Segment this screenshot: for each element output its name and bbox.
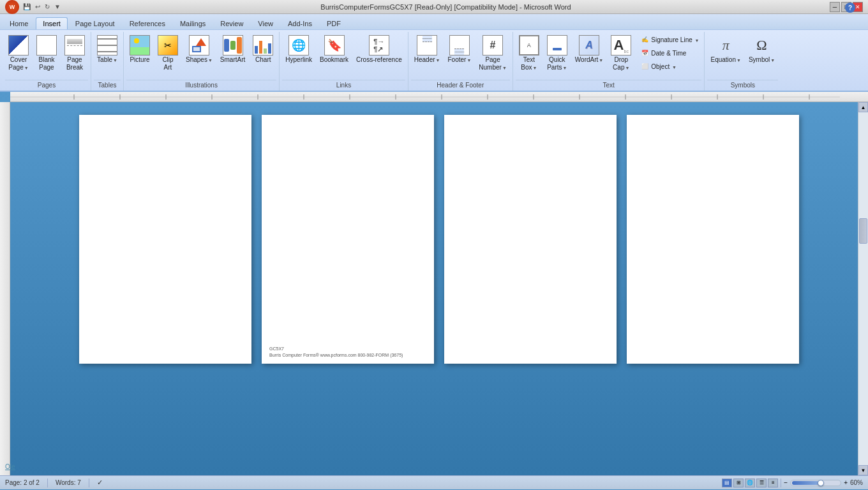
quick-access-toolbar: 💾 ↩ ↻ ▼ — [22, 3, 62, 11]
document-page-3 — [444, 115, 617, 364]
status-right: ▤ ⊞ 🌐 ☰ ≡ − + 60% — [722, 479, 863, 487]
minimize-button[interactable]: ─ — [830, 2, 840, 12]
tab-insert[interactable]: Insert — [36, 17, 68, 29]
picture-button[interactable]: Picture — [126, 33, 153, 66]
page-info: Page: 2 of 2 — [5, 479, 40, 486]
horizontal-ruler — [10, 92, 868, 102]
tables-group-label: Tables — [94, 80, 121, 91]
tab-home[interactable]: Home — [3, 17, 35, 29]
status-separator — [47, 479, 48, 487]
signature-line-button[interactable]: ✍ Signature Line ▼ — [637, 33, 701, 46]
ribbon-group-tables: Table▼ Tables — [91, 32, 124, 91]
content-area: GC5X7 Burris Computer Forms® www.pcforms… — [0, 102, 868, 475]
header-footer-group-label: Header & Footer — [411, 80, 510, 91]
page-2-footer: GC5X7 Burris Computer Forms® www.pcforms… — [269, 346, 403, 359]
table-button[interactable]: Table▼ — [94, 33, 121, 66]
quick-access-dropdown[interactable]: ▼ — [53, 3, 62, 11]
outline-view-button[interactable]: ☰ — [756, 479, 767, 487]
tab-references[interactable]: References — [123, 17, 172, 29]
text-box-button[interactable]: A TextBox▼ — [516, 33, 542, 73]
hyperlink-button[interactable]: 🌐 Hyperlink — [282, 33, 315, 66]
page-number-button[interactable]: # PageNumber▼ — [475, 33, 510, 73]
date-time-button[interactable]: 📅 Date & Time — [637, 47, 701, 59]
ribbon-group-text: A TextBox▼ QuickParts▼ A Wor — [513, 32, 705, 91]
cross-reference-button[interactable]: ¶→¶↗ Cross-reference — [353, 33, 405, 66]
scroll-thumb[interactable] — [859, 218, 867, 244]
window-title: BurrisComputerFormsGC5X7 [Read-Only] [Co… — [62, 3, 830, 11]
tab-review[interactable]: Review — [213, 17, 250, 29]
spelling-check-icon[interactable]: ✓ — [97, 479, 103, 487]
text-group-label: Text — [516, 80, 702, 91]
ribbon-group-links: 🌐 Hyperlink 🔖 Bookmark ¶→¶↗ Cross-refere… — [280, 32, 408, 91]
blank-page-button[interactable]: BlankPage — [33, 33, 60, 73]
zoom-slider[interactable] — [790, 480, 841, 486]
view-buttons: ▤ ⊞ 🌐 ☰ ≡ — [722, 479, 778, 487]
smartart-button[interactable]: SmartArt — [217, 33, 248, 66]
chart-button[interactable]: Chart — [250, 33, 276, 66]
symbol-button[interactable]: Ω Symbol▼ — [745, 33, 778, 66]
scroll-up-button[interactable]: ▲ — [858, 102, 868, 112]
document-page-4 — [627, 115, 799, 364]
ribbon-content: CoverPage▼ BlankPage PageBreak Pages — [0, 29, 868, 91]
symbols-group-label: Symbols — [707, 80, 778, 91]
illustrations-group-label: Illustrations — [126, 80, 276, 91]
vertical-scrollbar: ▲ ▼ — [858, 102, 868, 475]
ribbon-group-illustrations: Picture ✂ ClipArt Shapes▼ — [124, 32, 280, 91]
wordart-button[interactable]: A WordArt▼ — [572, 33, 606, 66]
status-view-separator — [781, 479, 781, 487]
save-button[interactable]: 💾 — [22, 3, 32, 11]
cover-page-button[interactable]: CoverPage▼ — [5, 33, 32, 73]
draft-view-button[interactable]: ≡ — [768, 479, 778, 487]
text-small-buttons: ✍ Signature Line ▼ 📅 Date & Time ⬜ — [637, 33, 701, 73]
ribbon-group-pages: CoverPage▼ BlankPage PageBreak Pages — [3, 32, 91, 91]
links-buttons: 🌐 Hyperlink 🔖 Bookmark ¶→¶↗ Cross-refere… — [282, 32, 405, 78]
undo-button[interactable]: ↩ — [34, 3, 41, 11]
zoom-progress — [792, 481, 819, 485]
print-view-button[interactable]: ▤ — [722, 479, 732, 487]
zoom-out-button[interactable]: − — [784, 479, 788, 486]
scroll-track — [858, 112, 868, 465]
status-bar: Page: 2 of 2 Words: 7 ✓ ▤ ⊞ 🌐 ☰ ≡ − + 60… — [0, 475, 868, 489]
main-area: GC5X7 Burris Computer Forms® www.pcforms… — [0, 92, 868, 475]
ribbon-group-symbols: π Equation▼ Ω Symbol▼ Symbols — [705, 32, 781, 91]
page-break-button[interactable]: PageBreak — [61, 33, 88, 73]
help-button[interactable]: ? — [845, 3, 855, 13]
clip-art-button[interactable]: ✂ ClipArt — [154, 33, 181, 73]
ruler-svg — [10, 92, 868, 101]
quick-parts-button[interactable]: QuickParts▼ — [544, 33, 571, 73]
full-reading-view-button[interactable]: ⊞ — [733, 479, 744, 487]
ribbon-group-header-footer: ─── Header▼ ─── Footer▼ — [408, 32, 513, 91]
bookmark-button[interactable]: 🔖 Bookmark — [317, 33, 352, 66]
tab-pdf[interactable]: PDF — [320, 17, 348, 29]
scroll-down-button[interactable]: ▼ — [858, 465, 868, 475]
ribbon-tab-bar: Home Insert Page Layout References Maili… — [0, 14, 868, 29]
equation-button[interactable]: π Equation▼ — [707, 33, 744, 66]
drop-cap-button[interactable]: A bc DropCap▼ — [608, 33, 634, 73]
header-button[interactable]: ─── Header▼ — [411, 33, 444, 66]
office-button[interactable]: W — [5, 0, 19, 14]
pages-buttons: CoverPage▼ BlankPage PageBreak — [5, 32, 88, 78]
tab-add-ins[interactable]: Add-Ins — [281, 17, 319, 29]
tab-page-layout[interactable]: Page Layout — [68, 17, 122, 29]
web-view-button[interactable]: 🌐 — [745, 479, 755, 487]
shapes-button[interactable]: Shapes▼ — [183, 33, 216, 66]
status-separator-2 — [89, 479, 89, 487]
pages-group-label: Pages — [5, 80, 88, 91]
tables-buttons: Table▼ — [94, 32, 121, 78]
tab-view[interactable]: View — [251, 17, 280, 29]
vertical-ruler — [0, 102, 10, 475]
tab-mailings[interactable]: Mailings — [173, 17, 213, 29]
pages-container: GC5X7 Burris Computer Forms® www.pcforms… — [10, 102, 868, 475]
symbols-buttons: π Equation▼ Ω Symbol▼ — [707, 32, 778, 78]
object-button[interactable]: ⬜ Object ▼ — [637, 60, 701, 73]
ole-link[interactable]: Ole — [5, 463, 15, 470]
redo-button[interactable]: ↻ — [43, 3, 51, 11]
document-page-2: GC5X7 Burris Computer Forms® www.pcforms… — [262, 115, 434, 364]
zoom-level: 60% — [850, 479, 863, 486]
zoom-in-button[interactable]: + — [844, 479, 848, 486]
zoom-handle[interactable] — [818, 480, 824, 486]
title-bar-left: W 💾 ↩ ↻ ▼ — [5, 0, 62, 14]
footer-button[interactable]: ─── Footer▼ — [444, 33, 474, 66]
illustrations-buttons: Picture ✂ ClipArt Shapes▼ — [126, 32, 276, 78]
header-footer-buttons: ─── Header▼ ─── Footer▼ — [411, 32, 510, 78]
